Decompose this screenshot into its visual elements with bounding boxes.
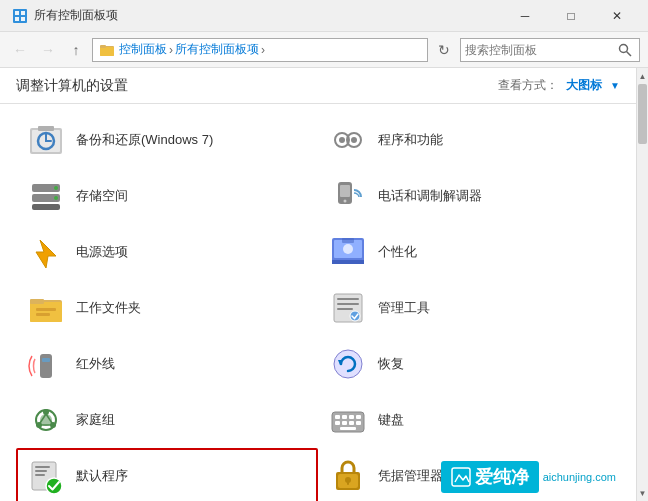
label-default-programs: 默认程序 [76,467,128,485]
search-icon[interactable] [615,40,635,60]
label-programs: 程序和功能 [378,131,443,149]
watermark-icon [451,467,471,487]
svg-rect-60 [342,421,347,425]
items-grid: 备份和还原(Windows 7) 程序和功能 [0,104,636,501]
svg-point-26 [344,200,347,203]
svg-rect-38 [337,298,359,300]
icon-recovery [328,344,368,384]
icon-admin-tools [328,288,368,328]
watermark-brand: 爱纯净 [475,465,529,489]
content-header: 调整计算机的设置 查看方式： 大图标 ▼ [0,68,636,104]
control-item-work-folder[interactable]: 工作文件夹 [16,280,318,336]
control-item-admin-tools[interactable]: 管理工具 [318,280,620,336]
control-item-default-programs[interactable]: 默认程序 [16,448,318,501]
svg-point-15 [339,137,345,143]
svg-rect-25 [340,185,350,197]
label-homegroup: 家庭组 [76,411,115,429]
view-label: 查看方式： [498,77,558,94]
watermark: 爱纯净 aichunjing.com [441,461,616,493]
icon-phone-modem [328,176,368,216]
svg-rect-36 [36,313,50,316]
svg-rect-66 [35,470,47,472]
svg-rect-34 [30,299,44,304]
icon-infrared [26,344,66,384]
control-item-backup[interactable]: 备份和还原(Windows 7) [16,112,318,168]
svg-point-30 [343,244,353,254]
svg-rect-57 [349,415,354,419]
scroll-thumb[interactable] [638,84,647,144]
icon-personalization [328,232,368,272]
title-bar: 所有控制面板项 ─ □ ✕ [0,0,648,32]
control-item-phone-modem[interactable]: 电话和调制解调器 [318,168,620,224]
label-personalization: 个性化 [378,243,417,261]
scroll-down-arrow[interactable]: ▼ [637,485,649,501]
svg-rect-65 [35,466,50,468]
svg-rect-55 [335,415,340,419]
up-button[interactable]: ↑ [64,38,88,62]
icon-work-folder [26,288,66,328]
label-phone-modem: 电话和调制解调器 [378,187,482,205]
maximize-button[interactable]: □ [548,0,594,32]
view-large-icon[interactable]: 大图标 [566,77,602,94]
back-button[interactable]: ← [8,38,32,62]
address-bar: ← → ↑ 控制面板 › 所有控制面板项 › ↻ [0,32,648,68]
scrollbar: ▲ ▼ [636,68,648,501]
svg-rect-35 [36,308,56,311]
control-item-infrared[interactable]: 红外线 [16,336,318,392]
minimize-button[interactable]: ─ [502,0,548,32]
label-recovery: 恢复 [378,355,404,373]
svg-rect-2 [21,11,25,15]
svg-rect-7 [100,45,106,48]
svg-point-23 [54,196,58,200]
search-input[interactable] [465,43,615,57]
title-bar-controls: ─ □ ✕ [502,0,640,32]
label-power: 电源选项 [76,243,128,261]
scroll-up-arrow[interactable]: ▲ [637,68,649,84]
close-button[interactable]: ✕ [594,0,640,32]
label-credential-mgr: 凭据管理器 [378,467,443,485]
icon-default-programs [26,456,66,496]
path-control-panel[interactable]: 控制面板 [119,41,167,58]
label-work-folder: 工作文件夹 [76,299,141,317]
address-path[interactable]: 控制面板 › 所有控制面板项 › [92,38,428,62]
label-infrared: 红外线 [76,355,115,373]
svg-rect-63 [340,427,356,430]
svg-line-9 [627,51,632,56]
search-box [460,38,640,62]
svg-rect-39 [337,303,359,305]
svg-rect-43 [42,358,50,362]
control-item-keyboard[interactable]: 键盘 [318,392,620,448]
control-item-homegroup[interactable]: 家庭组 [16,392,318,448]
scroll-track [637,84,648,485]
title-bar-left: 所有控制面板项 [12,7,118,24]
control-item-recovery[interactable]: 恢复 [318,336,620,392]
content-title: 调整计算机的设置 [16,77,128,95]
control-item-programs[interactable]: 程序和功能 [318,112,620,168]
path-all-items[interactable]: 所有控制面板项 [175,41,259,58]
watermark-url: aichunjing.com [543,471,616,483]
icon-keyboard [328,400,368,440]
view-options: 查看方式： 大图标 ▼ [498,77,620,94]
content-area: 调整计算机的设置 查看方式： 大图标 ▼ [0,68,636,501]
control-item-power[interactable]: 电源选项 [16,224,318,280]
svg-rect-67 [35,474,45,476]
title-bar-text: 所有控制面板项 [34,7,118,24]
svg-rect-72 [347,481,349,485]
control-item-personalization[interactable]: 个性化 [318,224,620,280]
refresh-button[interactable]: ↻ [432,38,456,62]
icon-storage [26,176,66,216]
main-area: 调整计算机的设置 查看方式： 大图标 ▼ [0,68,648,501]
icon-credential-mgr [328,456,368,496]
forward-button[interactable]: → [36,38,60,62]
control-item-storage[interactable]: 存储空间 [16,168,318,224]
svg-rect-29 [332,260,364,264]
svg-rect-56 [342,415,347,419]
label-keyboard: 键盘 [378,411,404,429]
svg-rect-33 [30,302,62,322]
svg-point-22 [54,186,58,190]
view-arrow[interactable]: ▼ [610,80,620,91]
icon-homegroup [26,400,66,440]
label-backup: 备份和还原(Windows 7) [76,131,213,149]
svg-rect-13 [38,126,54,131]
svg-rect-4 [21,17,25,21]
